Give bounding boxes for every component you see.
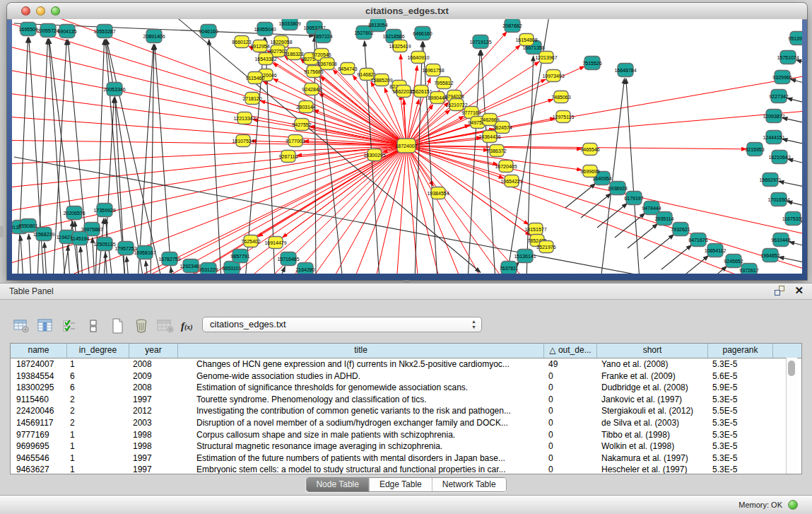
column-header-year[interactable]: year	[129, 344, 178, 358]
network-canvas[interactable]: 1695504200557248904135105532872089140690…	[12, 19, 802, 274]
graph-node[interactable]: 9115460	[246, 72, 265, 84]
graph-node[interactable]: 10973493	[542, 70, 564, 82]
table-mode-icon[interactable]	[13, 317, 30, 334]
graph-node[interactable]: 16914479	[264, 237, 286, 249]
graph-node[interactable]: 10719135	[469, 35, 491, 49]
graph-node[interactable]: 12975115	[553, 111, 575, 123]
graph-node[interactable]: 15716485	[277, 252, 299, 266]
graph-node[interactable]: 12093872	[763, 110, 784, 123]
window-titlebar[interactable]: citations_edges.txt	[7, 3, 807, 20]
column-header-out_de[interactable]: △ out_de...	[544, 344, 597, 358]
column-header-in_degree[interactable]: in_degree	[67, 344, 129, 358]
graph-node[interactable]: 7955812	[434, 77, 453, 89]
graph-node[interactable]: 2164280	[295, 263, 314, 274]
graph-node[interactable]: 7485063	[551, 91, 570, 103]
graph-node[interactable]: 16640910	[407, 52, 429, 64]
graph-node[interactable]: 1145194	[71, 232, 90, 245]
graph-node[interactable]: 9267110	[279, 151, 298, 163]
graph-node[interactable]: 16210643	[768, 151, 790, 164]
minimize-window-icon[interactable]	[36, 6, 45, 16]
tab-node-table[interactable]: Node Table	[306, 478, 369, 491]
graph-node[interactable]: 8454743	[338, 63, 357, 75]
graph-node[interactable]: 9245652	[724, 255, 743, 268]
graph-node[interactable]: 10654112	[705, 244, 726, 257]
graph-node[interactable]: 20206576	[63, 206, 85, 220]
table-row[interactable]: 977716911998Corpus callosum shape and si…	[11, 429, 801, 441]
graph-node[interactable]: 7637811	[500, 262, 519, 274]
graph-node[interactable]: 11568239	[33, 228, 55, 241]
table-row[interactable]: 969969511998Structural magnetic resonanc…	[11, 440, 801, 452]
graph-node[interactable]: 15692971	[759, 173, 781, 187]
graph-node[interactable]: 1964852	[760, 249, 779, 262]
graph-node[interactable]: 3215953	[745, 143, 764, 156]
graph-node[interactable]: 16961758	[422, 64, 444, 76]
scrollbar-thumb[interactable]	[788, 361, 795, 376]
graph-node[interactable]: 8912954	[250, 40, 269, 52]
float-panel-icon[interactable]	[775, 286, 784, 296]
delete-columns-icon[interactable]	[133, 317, 150, 334]
graph-node[interactable]: 17016504	[767, 193, 789, 206]
graph-node[interactable]: 7625402	[241, 235, 260, 247]
table-row[interactable]: 1938455462009Genome-wide association stu…	[11, 370, 801, 382]
graph-node[interactable]: 2718120	[242, 93, 261, 105]
show-columns-icon[interactable]	[37, 317, 54, 334]
graph-node[interactable]: 7932621	[671, 223, 690, 236]
table-row[interactable]: 946554611997Estimation of the future num…	[11, 452, 801, 465]
graph-node[interactable]: 16958167	[134, 246, 155, 259]
function-builder-icon[interactable]: f(x)	[181, 320, 193, 332]
graph-node[interactable]: 2087682	[502, 19, 522, 33]
column-header-pagerank[interactable]: pagerank	[708, 344, 773, 358]
graph-node[interactable]: 7515526	[582, 57, 601, 70]
graph-node[interactable]: 17359928	[93, 204, 115, 217]
graph-node[interactable]: 9329966	[772, 71, 792, 84]
graph-node[interactable]: 20891406	[143, 30, 165, 43]
memory-ok-icon[interactable]	[788, 500, 798, 510]
graph-node[interactable]: 8938928	[608, 182, 627, 195]
delete-table-icon[interactable]	[157, 317, 174, 334]
graph-node[interactable]: 18107534	[232, 135, 254, 147]
graph-node[interactable]: 12444151	[763, 131, 784, 144]
graph-node[interactable]: 9857791	[230, 250, 249, 263]
graph-node[interactable]: 10654221	[500, 175, 522, 187]
create-column-icon[interactable]	[109, 317, 126, 334]
graph-node[interactable]: 12505135	[93, 238, 115, 251]
graph-node[interactable]: 16955040	[254, 23, 276, 36]
table-row[interactable]: 2242004622012Investigating the contribut…	[11, 405, 801, 417]
graph-node[interactable]: 10553287	[93, 25, 115, 38]
graph-node[interactable]: 8550801	[18, 219, 37, 233]
graph-node[interactable]: 15136141	[514, 250, 536, 263]
graph-node[interactable]: 9175685	[304, 66, 323, 78]
graph-node[interactable]: 7857224	[313, 30, 332, 43]
table-row[interactable]: 1830029562008Estimation of significance …	[11, 382, 801, 394]
graph-node[interactable]: 2803144	[296, 101, 315, 113]
graph-node[interactable]: 16033809	[278, 19, 300, 30]
network-svg[interactable]: 1695504200557248904135105532872089140690…	[12, 19, 802, 274]
table-row[interactable]: 1872400712008Changes of HCN gene express…	[11, 358, 801, 370]
zoom-window-icon[interactable]	[51, 6, 60, 16]
column-header-short[interactable]: short	[597, 344, 708, 358]
table-selector-dropdown[interactable]: citations_edges.txt ▲▼	[202, 317, 482, 332]
graph-node[interactable]: 12213343	[233, 112, 255, 124]
close-panel-icon[interactable]: ✕	[794, 286, 804, 296]
graph-node[interactable]: 9427552	[292, 119, 311, 131]
graph-node[interactable]: 2521976	[536, 241, 555, 253]
graph-node[interactable]: 16720405	[495, 160, 517, 173]
vertical-scrollbar[interactable]	[786, 358, 797, 474]
tab-network-table[interactable]: Network Table	[432, 478, 506, 491]
graph-node[interactable]: 9610448	[771, 233, 790, 247]
edit-columns-icon[interactable]	[61, 317, 78, 334]
row-options-icon[interactable]	[85, 317, 102, 334]
graph-node[interactable]: 16648784	[614, 64, 636, 77]
graph-node[interactable]: 20055724	[37, 24, 59, 37]
graph-node[interactable]: 9531229	[199, 263, 218, 274]
tab-edge-table[interactable]: Edge Table	[369, 478, 432, 491]
graph-node[interactable]: 1695504	[18, 23, 37, 36]
graph-node[interactable]: 20053346	[103, 83, 125, 96]
graph-node[interactable]: 2935114	[655, 212, 674, 226]
graph-node[interactable]: 15751074	[777, 51, 799, 64]
graph-node[interactable]: 9227342	[769, 90, 788, 103]
table-row[interactable]: 946362711997Embryonic stem cells: a mode…	[11, 464, 801, 474]
graph-node[interactable]: 9699695	[580, 165, 599, 177]
graph-node[interactable]: 8660123	[232, 36, 251, 48]
graph-node[interactable]: 7386372	[487, 145, 506, 157]
